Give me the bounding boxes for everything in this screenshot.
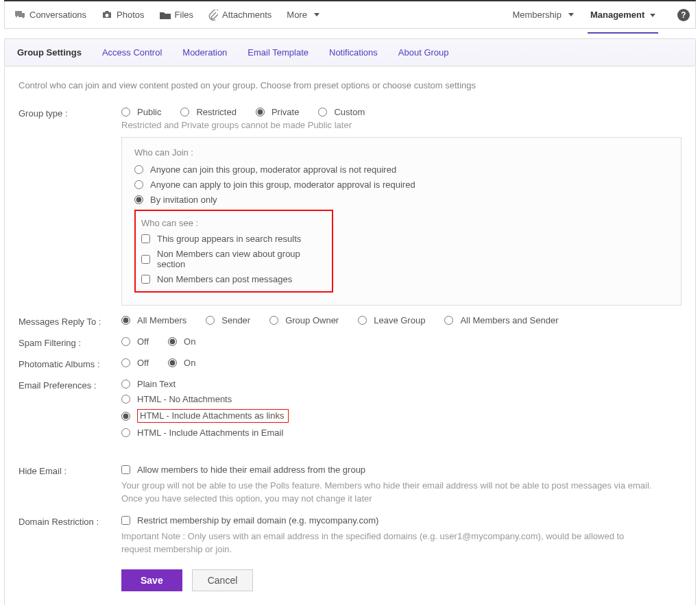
- hide-email-option[interactable]: Allow members to hide their email addres…: [121, 465, 681, 475]
- save-button[interactable]: Save: [121, 569, 182, 591]
- see-about[interactable]: Non Members can view about group section: [141, 249, 324, 269]
- chevron-down-icon: [568, 13, 574, 16]
- join-invite[interactable]: By invitation only: [134, 195, 668, 205]
- spam-label: Spam Filtering :: [19, 336, 121, 348]
- reply-to-label: Messages Reply To :: [19, 315, 121, 327]
- tab-email-template[interactable]: Email Template: [248, 47, 309, 58]
- nav-membership-label: Membership: [512, 10, 562, 20]
- domain-restrict-label: Domain Restriction :: [19, 515, 121, 527]
- nav-management-label: Management: [590, 10, 644, 20]
- nav-files-label: Files: [175, 10, 193, 20]
- domain-restrict-note: Important Note : Only users with an emai…: [121, 530, 656, 556]
- nav-conversations[interactable]: Conversations: [14, 10, 86, 20]
- group-type-restricted[interactable]: Restricted: [180, 107, 237, 117]
- tab-moderation[interactable]: Moderation: [182, 47, 227, 58]
- chevron-down-icon: [650, 14, 655, 17]
- reply-all-sender[interactable]: All Members and Sender: [444, 315, 558, 325]
- chat-icon: [14, 10, 25, 20]
- nav-files[interactable]: Files: [160, 10, 193, 20]
- nav-attachments-label: Attachments: [222, 10, 271, 20]
- group-type-detail-box: Who can Join : Anyone can join this grou…: [121, 137, 681, 306]
- hide-email-note: Your group will not be able to use the P…: [121, 480, 656, 506]
- nav-attachments[interactable]: Attachments: [208, 10, 271, 21]
- emailpref-links-highlight: HTML - Include Attachments as links: [137, 409, 289, 423]
- reply-owner[interactable]: Group Owner: [269, 315, 339, 325]
- spam-off[interactable]: Off: [121, 336, 149, 347]
- settings-panel: Control who can join and view content po…: [4, 66, 696, 605]
- reply-all[interactable]: All Members: [121, 315, 186, 325]
- email-pref-label: Email Preferences :: [19, 379, 121, 391]
- who-can-see-title: Who can see :: [141, 218, 324, 228]
- camera-icon: [101, 10, 112, 19]
- panel-description: Control who can join and view content po…: [19, 80, 681, 90]
- emailpref-inemail[interactable]: HTML - Include Attachments in Email: [121, 428, 681, 438]
- nav-conversations-label: Conversations: [29, 10, 86, 20]
- who-can-see-highlight: Who can see : This group appears in sear…: [134, 210, 333, 293]
- tab-notifications[interactable]: Notifications: [329, 47, 378, 58]
- nav-photos-label: Photos: [117, 10, 144, 20]
- chevron-down-icon: [314, 13, 319, 16]
- nav-more-label: More: [287, 10, 307, 20]
- spam-on[interactable]: On: [168, 336, 195, 347]
- who-can-join-title: Who can Join :: [134, 147, 668, 158]
- nav-management[interactable]: Management: [590, 10, 655, 27]
- photomatic-label: Photomatic Albums :: [19, 358, 121, 369]
- tab-access-control[interactable]: Access Control: [102, 47, 162, 58]
- top-navbar: Conversations Photos Files Attachments M…: [4, 1, 696, 29]
- photomatic-off[interactable]: Off: [121, 358, 149, 368]
- emailpref-plain[interactable]: Plain Text: [121, 379, 681, 389]
- tab-group-settings[interactable]: Group Settings: [17, 47, 82, 58]
- emailpref-noatt[interactable]: HTML - No Attachments: [121, 394, 681, 404]
- photomatic-on[interactable]: On: [168, 358, 195, 368]
- see-post[interactable]: Non Members can post messages: [141, 274, 324, 284]
- group-type-note: Restricted and Private groups cannot be …: [121, 120, 681, 130]
- emailpref-links[interactable]: HTML - Include Attachments as links: [121, 409, 681, 423]
- group-type-label: Group type :: [19, 107, 121, 119]
- nav-more[interactable]: More: [287, 10, 319, 20]
- cancel-button[interactable]: Cancel: [192, 569, 254, 591]
- reply-sender[interactable]: Sender: [206, 315, 250, 325]
- tab-about-group[interactable]: About Group: [398, 47, 449, 58]
- group-type-public[interactable]: Public: [121, 107, 161, 117]
- help-icon[interactable]: ?: [677, 9, 690, 21]
- nav-membership[interactable]: Membership: [512, 10, 574, 20]
- group-type-private[interactable]: Private: [256, 107, 299, 117]
- hide-email-label: Hide Email :: [19, 465, 121, 476]
- settings-tabs: Group Settings Access Control Moderation…: [4, 38, 696, 66]
- join-anyone[interactable]: Anyone can join this group, moderator ap…: [134, 164, 668, 175]
- folder-icon: [160, 11, 171, 19]
- join-apply[interactable]: Anyone can apply to join this group, mod…: [134, 180, 668, 190]
- domain-restrict-option[interactable]: Restrict membership by email domain (e.g…: [121, 515, 681, 526]
- nav-photos[interactable]: Photos: [101, 10, 144, 20]
- active-underline: [588, 32, 658, 34]
- reply-leave[interactable]: Leave Group: [358, 315, 425, 325]
- see-search[interactable]: This group appears in search results: [141, 234, 324, 244]
- group-type-custom[interactable]: Custom: [318, 107, 365, 117]
- paperclip-icon: [208, 10, 218, 21]
